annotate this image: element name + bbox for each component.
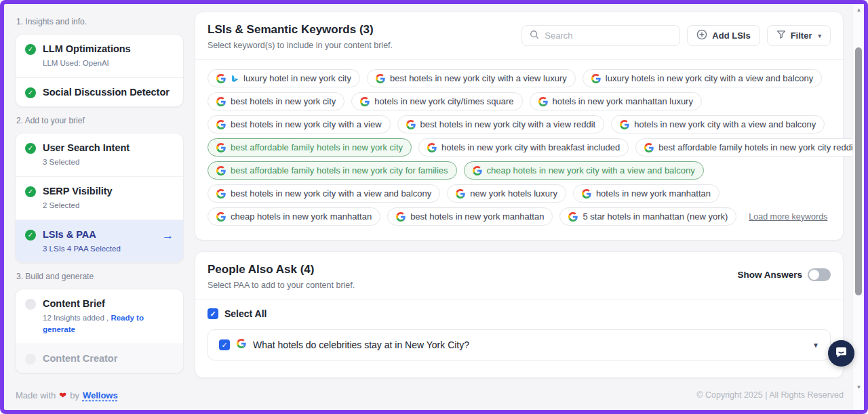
paa-question-row[interactable]: ✓ What hotels do celebrities stay at in …	[208, 329, 831, 360]
keyword-search-box[interactable]	[521, 25, 680, 46]
funnel-icon	[776, 30, 786, 41]
lsi-subtitle: Select keyword(s) to include in your con…	[208, 41, 393, 50]
item-subtitle: 3 LSIs 4 PAA Selected	[43, 243, 121, 255]
keyword-chip-label: best hotels in new york city with a view…	[231, 188, 431, 199]
keyword-chip-label: best affordable family hotels in new yor…	[231, 165, 448, 175]
google-icon	[396, 212, 406, 222]
scroll-down-icon[interactable]: ▼	[853, 384, 865, 390]
keyword-chip[interactable]: best hotels in new york city with a view…	[367, 69, 576, 87]
google-icon	[216, 189, 226, 199]
load-more-keywords-link[interactable]: Load more keywords	[749, 212, 827, 222]
copyright-text: © Copyright 2025 | All Rights Reserved	[696, 390, 844, 400]
keyword-chip[interactable]: hotels in new york manhattan luxury	[530, 92, 702, 110]
add-lsis-button[interactable]: Add LSIs	[687, 25, 760, 46]
paa-header: People Also Ask (4) Select PAA to add to…	[195, 252, 843, 299]
sidebar-item-content-brief[interactable]: Content Brief 12 Insights added , Ready …	[16, 289, 183, 344]
keyword-chip-label: best hotels in new york manhattan	[410, 211, 544, 222]
keyword-chip[interactable]: new york hotels luxury	[447, 184, 566, 203]
paa-title: People Also Ask (4)	[208, 263, 355, 276]
arrow-right-icon: →	[162, 229, 174, 243]
empty-circle-icon	[25, 354, 36, 365]
keyword-chips: luxury hotel in new york citybest hotels…	[195, 60, 843, 240]
keyword-chip-row: cheap hotels in new york manhattanbest h…	[208, 207, 831, 226]
keyword-chip[interactable]: best hotels in new york city	[208, 92, 344, 110]
check-circle-icon: ✓	[25, 87, 36, 98]
sidebar-section-label-generate: 3. Build and generate	[16, 272, 182, 281]
show-answers-toggle[interactable]	[808, 268, 831, 281]
by-text: by	[70, 390, 79, 400]
google-icon	[538, 97, 548, 106]
search-icon	[530, 30, 539, 42]
google-icon	[406, 120, 416, 129]
sidebar: 1. Insights and info. ✓ LLM Optimization…	[15, 8, 184, 373]
bing-icon	[231, 75, 239, 83]
made-with: Made with ❤ by Wellows	[16, 390, 118, 400]
sidebar-item-lsis-paa[interactable]: ✓ LSIs & PAA 3 LSIs 4 PAA Selected →	[16, 220, 183, 263]
sidebar-item-user-search-intent[interactable]: ✓ User Search Intent 3 Selected	[16, 133, 183, 177]
chat-bubble-icon	[835, 346, 848, 361]
keyword-chip[interactable]: hotels in new york manhattan	[573, 184, 719, 203]
keyword-chip[interactable]: best affordable family hotels in new yor…	[208, 138, 412, 157]
footer: Made with ❤ by Wellows © Copyright 2025 …	[4, 380, 849, 410]
google-icon	[216, 74, 226, 83]
scrollbar-thumb[interactable]	[855, 47, 862, 295]
keyword-chip-label: hotels in new york city with breakfast i…	[441, 142, 620, 152]
keyword-chip-label: cheap hotels in new york city with a vie…	[487, 165, 695, 175]
keyword-chip-label: hotels in new york city with a view and …	[634, 119, 816, 129]
question-checkbox[interactable]: ✓	[219, 339, 230, 350]
keyword-chip[interactable]: best hotels in new york city with a view	[208, 115, 391, 133]
plus-circle-icon	[696, 29, 707, 42]
keyword-chip-label: best affordable family hotels in new yor…	[658, 142, 855, 152]
chevron-down-icon[interactable]: ▼	[812, 341, 819, 349]
chat-launcher-button[interactable]	[828, 340, 854, 367]
app-window: 1. Insights and info. ✓ LLM Optimization…	[0, 0, 868, 414]
sidebar-item-serp-visibility[interactable]: ✓ SERP Visibility 2 Selected	[16, 177, 183, 220]
item-subtitle: 12 Insights added , Ready to generate	[43, 312, 174, 335]
item-title: User Search Intent	[43, 142, 130, 154]
insights-card: ✓ LLM Optimizations LLM Used: OpenAI ✓ S…	[15, 34, 184, 107]
keyword-chip[interactable]: best affordable family hotels in new yor…	[635, 138, 864, 157]
filter-button[interactable]: Filter ▾	[767, 25, 831, 46]
google-icon	[360, 97, 370, 106]
google-icon	[582, 189, 591, 199]
add-lsis-label: Add LSIs	[712, 30, 750, 41]
wellows-link[interactable]: Wellows	[83, 390, 118, 400]
paa-subtitle: Select PAA to add to your content brief.	[208, 281, 355, 290]
keyword-chip[interactable]: best hotels in new york city with a view…	[208, 184, 440, 203]
insights-added-text: 12 Insights added ,	[43, 314, 108, 322]
sidebar-item-content-creator[interactable]: Content Creator	[16, 344, 183, 373]
keyword-chip[interactable]: luxury hotels in new york city with a vi…	[583, 69, 822, 87]
keyword-chip-row: best hotels in new york city with a view…	[208, 184, 831, 203]
keyword-chip[interactable]: hotels in new york city/times square	[351, 92, 522, 110]
keyword-chip[interactable]: hotels in new york city with a view and …	[611, 115, 825, 133]
sidebar-item-llm-optimizations[interactable]: ✓ LLM Optimizations LLM Used: OpenAI	[16, 35, 183, 78]
select-all-checkbox[interactable]: ✓	[208, 308, 218, 319]
keyword-chip[interactable]: best hotels in new york manhattan	[387, 207, 553, 226]
lsi-header: LSIs & Semantic Keywords (3) Select keyw…	[195, 12, 843, 60]
lsi-title: LSIs & Semantic Keywords (3)	[208, 23, 393, 37]
google-icon	[216, 166, 226, 175]
search-input[interactable]	[545, 30, 672, 41]
generate-card: Content Brief 12 Insights added , Ready …	[15, 289, 184, 373]
keyword-chip[interactable]: cheap hotels in new york city with a vie…	[464, 161, 704, 180]
keyword-chip[interactable]: 5 star hotels in manhattan (new york)	[559, 207, 736, 226]
sidebar-item-social-discussion-detector[interactable]: ✓ Social Discussion Detector	[16, 78, 183, 106]
item-subtitle: 3 Selected	[43, 157, 130, 168]
lsi-keywords-panel: LSIs & Semantic Keywords (3) Select keyw…	[195, 12, 844, 241]
scroll-up-icon[interactable]: ▲	[853, 7, 865, 13]
keyword-chip[interactable]: best affordable family hotels in new yor…	[208, 161, 457, 180]
show-answers-label: Show Answers	[737, 270, 802, 280]
keyword-chip-row: best hotels in new york cityhotels in ne…	[208, 92, 831, 110]
keyword-chip[interactable]: hotels in new york city with breakfast i…	[418, 138, 629, 157]
keyword-chip-label: best hotels in new york city	[231, 96, 336, 106]
item-title: Content Brief	[43, 297, 174, 310]
keyword-chip[interactable]: luxury hotel in new york city	[208, 69, 360, 87]
keyword-chip[interactable]: cheap hotels in new york manhattan	[208, 207, 380, 226]
item-title: Social Discussion Detector	[43, 86, 170, 98]
keyword-chip-row: best affordable family hotels in new yor…	[208, 138, 831, 157]
google-icon	[591, 74, 601, 83]
keyword-chip-label: new york hotels luxury	[470, 188, 557, 199]
brief-card: ✓ User Search Intent 3 Selected ✓ SERP V…	[15, 133, 184, 263]
keyword-chip[interactable]: best hotels in new york city with a view…	[397, 115, 605, 133]
vertical-scrollbar[interactable]: ▲ ▼	[852, 4, 864, 410]
